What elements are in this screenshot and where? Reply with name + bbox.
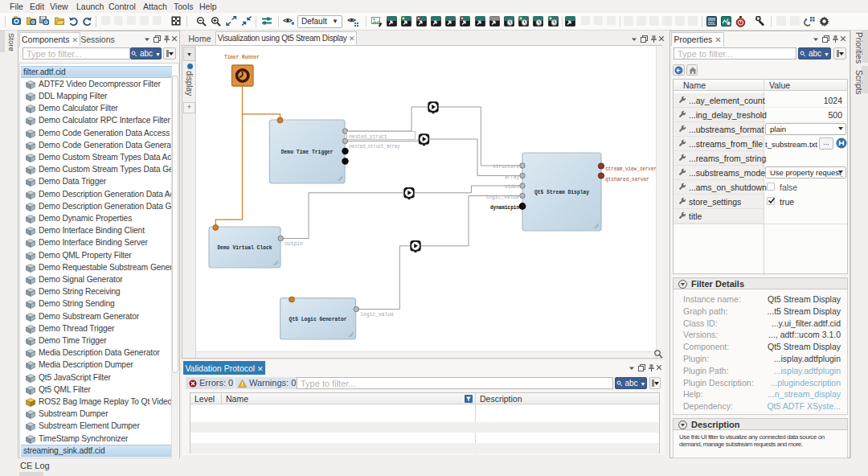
- svg-text:structure: structure: [493, 163, 519, 170]
- svg-text:DDL: DDL: [708, 22, 715, 26]
- svg-text:Demo Virtual Clock: Demo Virtual Clock: [218, 244, 272, 251]
- svg-text:Demo Time Trigger: Demo Time Trigger: [281, 149, 334, 155]
- svg-text:outpin: outpin: [285, 240, 303, 247]
- svg-text:nested_struct_array: nested_struct_array: [350, 143, 400, 150]
- svg-text:stream_view_server: stream_view_server: [605, 166, 656, 172]
- svg-text:array: array: [505, 174, 519, 180]
- svg-text:logic_value: logic_value: [485, 194, 519, 200]
- svg-text:Timer Runner: Timer Runner: [224, 54, 260, 60]
- svg-text:qtshared_server: qtshared_server: [605, 176, 649, 183]
- svg-text:video: video: [505, 183, 519, 190]
- svg-text:Qt5 Logic Generator: Qt5 Logic Generator: [289, 316, 347, 322]
- svg-text:Qt5 Stream Display: Qt5 Stream Display: [534, 189, 589, 195]
- svg-text:dynamicpin: dynamicpin: [490, 204, 519, 211]
- svg-text:logic_value: logic_value: [360, 311, 394, 318]
- svg-text:nested_struct: nested_struct: [350, 133, 387, 140]
